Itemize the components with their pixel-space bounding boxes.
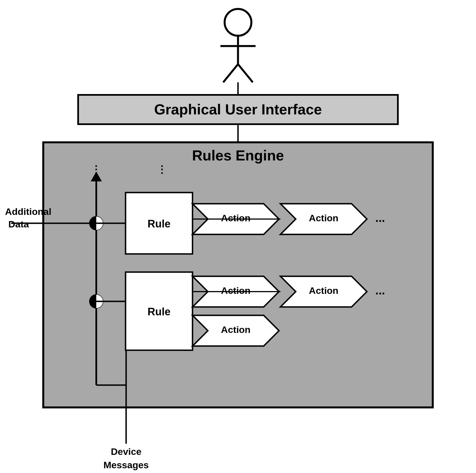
dots-center-top: ⋮ <box>157 164 167 175</box>
diagram-svg: Graphical User Interface Rules Engine ⋮ … <box>0 0 476 473</box>
device-messages-label2: Messages <box>104 460 149 470</box>
gui-label: Graphical User Interface <box>154 101 322 117</box>
svg-text:Action: Action <box>221 213 251 223</box>
ellipsis-row1: ... <box>375 211 385 224</box>
rules-engine-label: Rules Engine <box>192 147 284 164</box>
svg-text:Action: Action <box>309 285 338 296</box>
svg-point-0 <box>225 9 251 36</box>
rule-1-label: Rule <box>148 218 170 230</box>
svg-text:Action: Action <box>221 324 251 335</box>
person-icon <box>220 9 256 82</box>
rules-engine-box <box>43 142 433 407</box>
svg-line-4 <box>238 64 253 82</box>
rule-2-label: Rule <box>148 306 170 318</box>
svg-text:Action: Action <box>309 213 338 223</box>
diagram-container: Graphical User Interface Rules Engine ⋮ … <box>0 0 476 473</box>
device-messages-label: Device <box>111 446 141 457</box>
svg-line-3 <box>223 64 238 82</box>
additional-data-label: Additional <box>5 206 51 217</box>
additional-data-label2: Data <box>8 219 29 229</box>
svg-text:Action: Action <box>221 285 251 296</box>
ellipsis-row2: ... <box>375 284 385 297</box>
